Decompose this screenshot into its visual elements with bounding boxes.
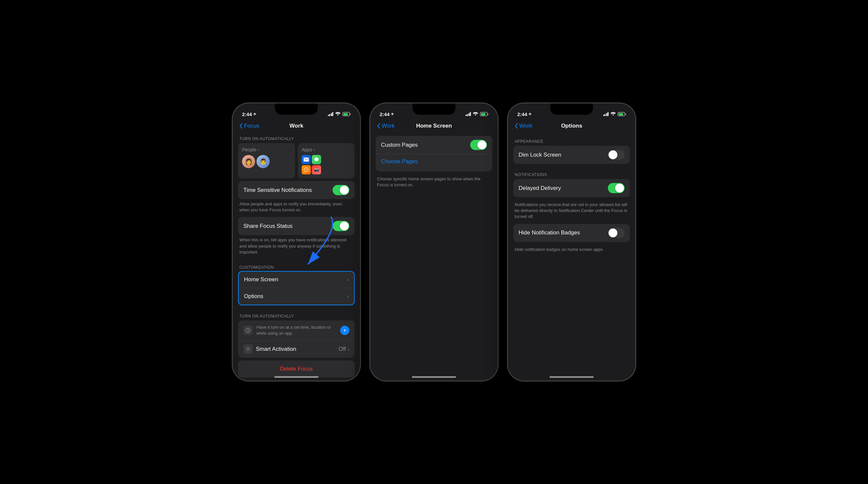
phone1-screen: 2:44 ✈ (233, 104, 360, 380)
wifi-icon-3 (611, 112, 616, 117)
battery-icon (342, 112, 351, 116)
delayed-delivery-label: Delayed Delivery (519, 185, 561, 192)
phone2-content[interactable]: Custom Pages Choose Pages Choose specifi… (370, 133, 498, 380)
allowed-grid: People › 👩 👨 Apps › (238, 143, 354, 178)
phone-container: 2:44 ✈ (232, 103, 636, 381)
people-card-header: People › (242, 147, 291, 152)
phone1-content[interactable]: TURN ON AUTOMATICALLY People › 👩 👨 (233, 133, 360, 380)
signal-bar-3 (331, 113, 332, 116)
delete-focus-label: Delete Focus (280, 366, 313, 372)
phone3-home-indicator (550, 376, 594, 378)
delayed-delivery-toggle[interactable] (608, 183, 625, 193)
custom-pages-toggle[interactable] (470, 140, 487, 150)
hide-badges-group: Hide Notification Badges (514, 224, 630, 242)
appearance-header: APPEARANCE (508, 133, 635, 146)
choose-pages-container: Choose Pages (376, 154, 492, 171)
phone1-time: 2:44 ✈ (242, 111, 256, 117)
home-screen-item[interactable]: Home Screen › (239, 272, 354, 288)
mail-icon (302, 155, 311, 164)
people-arrow: › (258, 147, 259, 152)
dynamic-island-2 (408, 112, 451, 116)
customization-header: CUSTOMIZATION (233, 259, 360, 271)
home-screen-label: Home Screen (244, 276, 278, 283)
dim-lock-screen-toggle-thumb (609, 150, 617, 159)
automation-item[interactable]: Have it turn on at a set time, location … (238, 320, 354, 341)
add-automation-button[interactable] (340, 326, 349, 335)
time-sensitive-toggle[interactable] (333, 185, 349, 195)
wifi-icon-2 (473, 112, 478, 117)
options-chevron: › (347, 294, 349, 299)
battery-icon-2 (480, 112, 488, 116)
phone3: 2:44 ✈ (507, 103, 636, 381)
smart-activation-chevron: › (348, 346, 349, 352)
phone2-home-indicator (412, 376, 456, 378)
share-focus-toggle[interactable] (333, 221, 349, 231)
signal-bar-4 (332, 112, 333, 116)
automation-group: Have it turn on at a set time, location … (238, 320, 354, 358)
share-focus-label: Share Focus Status (243, 223, 292, 229)
power-icon (243, 345, 253, 354)
signal-bar-2 (329, 114, 330, 116)
delayed-delivery-toggle-thumb (615, 183, 624, 193)
phone3-nav-bar: Work Options (508, 120, 635, 133)
dynamic-island (271, 112, 313, 116)
app-icons: 📷 (302, 155, 331, 174)
dim-lock-screen-item[interactable]: Dim Lock Screen (514, 146, 630, 164)
clock-icon (243, 326, 253, 335)
phone2-nav-bar: Work Home Screen (370, 120, 498, 133)
allowed-notifications-header: TURN ON AUTOMATICALLY (233, 133, 360, 143)
customization-group: Home Screen › Options › (238, 271, 354, 305)
wifi-icon (335, 112, 340, 117)
custom-pages-label: Custom Pages (381, 142, 418, 148)
time-sensitive-label: Time Sensitive Notifications (243, 187, 312, 194)
options-item[interactable]: Options › (239, 288, 354, 305)
smart-activation-item[interactable]: Smart Activation Off › (238, 341, 354, 358)
people-card[interactable]: People › 👩 👨 (238, 143, 295, 178)
phone1-status-icons (328, 112, 351, 117)
delete-focus-button[interactable]: Delete Focus (238, 360, 354, 377)
phone2: 2:44 ✈ (370, 103, 498, 381)
phone3-screen: 2:44 ✈ (508, 104, 635, 380)
share-focus-toggle-thumb (340, 222, 349, 230)
phone3-status-icons (603, 112, 626, 117)
phone3-status-bar: 2:44 ✈ (508, 104, 635, 120)
share-focus-item[interactable]: Share Focus Status (238, 217, 354, 235)
apps-label: Apps (302, 147, 312, 152)
signal-bars-3 (603, 112, 609, 116)
time-sensitive-toggle-thumb (340, 186, 349, 195)
apps-card[interactable]: Apps › (298, 143, 354, 178)
dim-lock-screen-toggle[interactable] (608, 150, 625, 160)
phone3-back-button[interactable]: Work (515, 123, 532, 129)
delayed-delivery-desc: Notifications you receive that are not i… (508, 200, 635, 224)
apps-card-header: Apps › (302, 147, 351, 152)
battery-icon-3 (618, 112, 626, 116)
phone1-back-button[interactable]: Focus (239, 123, 259, 129)
smart-activation-right: Off › (339, 346, 349, 352)
hide-badges-toggle[interactable] (608, 228, 625, 238)
share-focus-desc: When this is on, tell apps you have noti… (233, 235, 360, 259)
delayed-delivery-item[interactable]: Delayed Delivery (514, 179, 630, 197)
phone1-nav-title: Work (289, 123, 303, 129)
smart-activation-left: Smart Activation (243, 345, 297, 354)
photos-icon: 📷 (312, 165, 321, 174)
avatar-1: 👩 (242, 155, 255, 168)
hide-badges-desc: Hide notification badges on home screen … (508, 245, 635, 257)
home-screen-chevron: › (347, 277, 349, 282)
smart-activation-label: Smart Activation (256, 346, 297, 352)
hide-badges-item[interactable]: Hide Notification Badges (514, 224, 630, 242)
phone3-nav-title: Options (561, 123, 582, 129)
phone2-status-icons (466, 112, 489, 117)
time-sensitive-item[interactable]: Time Sensitive Notifications (238, 181, 354, 199)
custom-pages-desc: Choose specific home screen pages to sho… (370, 174, 498, 192)
phone1-nav-bar: Focus Work (233, 120, 360, 133)
custom-pages-toggle-thumb (477, 140, 486, 149)
choose-pages-link[interactable]: Choose Pages (381, 155, 487, 166)
people-label: People (242, 147, 256, 152)
phone3-content[interactable]: APPEARANCE Dim Lock Screen NOTIFICATIONS (508, 133, 635, 380)
signal-bars (328, 112, 334, 116)
custom-pages-item[interactable]: Custom Pages (376, 136, 492, 154)
phone2-time: 2:44 ✈ (380, 111, 394, 117)
hide-badges-toggle-thumb (609, 228, 617, 237)
location-icon: ✈ (253, 112, 256, 116)
phone2-back-button[interactable]: Work (377, 123, 395, 129)
